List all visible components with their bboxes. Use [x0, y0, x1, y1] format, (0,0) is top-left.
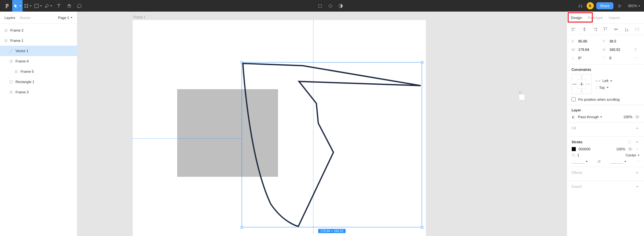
layer-name: Rectangle 1 [15, 80, 34, 84]
blend-mode-select[interactable]: Pass through [578, 115, 621, 119]
layer-row[interactable]: Vector 1 [0, 46, 77, 56]
user-avatar[interactable]: S [587, 2, 594, 9]
add-export-button[interactable]: + [635, 184, 639, 189]
hand-icon [67, 4, 72, 8]
svg-point-15 [630, 143, 631, 143]
remove-stroke-button[interactable]: − [635, 147, 639, 151]
properties-panel: Design Prototype Inspect X Y W [567, 12, 644, 236]
layer-name: Vector 1 [15, 49, 28, 53]
comment-tool-button[interactable] [74, 0, 84, 12]
chevron-down-icon [600, 117, 602, 118]
text-tool-button[interactable] [53, 0, 64, 12]
hand-tool-button[interactable] [64, 0, 74, 12]
add-stroke-button[interactable]: + [635, 140, 639, 144]
layer-type-icon [9, 90, 13, 94]
layer-row[interactable]: Rectangle 1 [0, 77, 77, 87]
stroke-opacity-input[interactable]: 100% [616, 147, 625, 151]
layer-name: Frame 2 [10, 28, 24, 32]
add-fill-button[interactable]: + [635, 126, 639, 130]
opacity-input[interactable]: 100% [623, 115, 632, 119]
stroke-visibility-toggle[interactable] [628, 147, 632, 151]
chevron-down-icon [19, 5, 21, 7]
effects-section: Effects + [567, 167, 644, 181]
frame-label[interactable]: Frame 1 [133, 15, 145, 19]
constraint-v-select[interactable]: ↕Top [595, 86, 612, 90]
zoom-control[interactable]: 381% [626, 4, 642, 8]
layer-row[interactable]: Frame 4 [0, 56, 77, 66]
headset-button[interactable] [577, 0, 584, 12]
align-hcenter-button[interactable] [582, 27, 587, 32]
tab-inspect[interactable]: Inspect [609, 16, 620, 20]
align-vcenter-button[interactable] [614, 27, 618, 32]
tab-assets[interactable]: Assets [20, 16, 30, 20]
h-label: H [603, 48, 607, 52]
blend-mode-icon: ◐ [572, 115, 575, 119]
center-tools [315, 0, 346, 12]
stroke-more-button[interactable]: ⋯ [636, 159, 639, 163]
svg-rect-10 [10, 80, 12, 83]
layer-row[interactable]: Frame 1 [0, 35, 77, 46]
distribute-button[interactable] [635, 27, 639, 32]
add-effect-button[interactable]: + [635, 170, 639, 175]
chevron-down-icon [50, 5, 52, 7]
move-tool-button[interactable] [12, 0, 23, 12]
constraint-h-select[interactable]: ⟷Left [595, 79, 612, 83]
stroke-width-input[interactable]: 1 [577, 153, 579, 157]
radius-icon [603, 56, 607, 60]
rotation-input[interactable] [577, 55, 595, 61]
artboard-frame-2[interactable] [519, 95, 524, 100]
main-menu-button[interactable] [2, 0, 12, 12]
export-section: Export + [567, 181, 644, 194]
svg-rect-6 [319, 4, 322, 7]
fix-position-checkbox[interactable]: Fix position when scrolling [572, 97, 639, 101]
align-top-button[interactable] [603, 27, 608, 32]
y-input[interactable] [608, 38, 627, 44]
constrain-proportions-button[interactable] [634, 48, 638, 52]
canvas[interactable]: Frame 1 179.64 × 160.52 F... [77, 12, 567, 236]
fix-position-input[interactable] [572, 97, 576, 101]
h-input[interactable] [608, 47, 627, 52]
chevron-down-icon [40, 5, 42, 7]
tab-layers[interactable]: Layers [5, 16, 15, 20]
stroke-align-select[interactable]: Center [626, 153, 639, 157]
boolean-tool-button[interactable] [336, 0, 346, 12]
frame2-label[interactable]: F... [519, 91, 523, 94]
frame-tool-button[interactable] [23, 0, 33, 12]
stroke-style-button[interactable] [627, 140, 632, 144]
play-icon [617, 4, 622, 8]
layer-row[interactable]: Frame 2 [0, 25, 77, 35]
stroke-color-swatch[interactable] [572, 147, 576, 151]
constraint-widget[interactable] [572, 74, 591, 94]
pen-tool-button[interactable] [43, 0, 53, 12]
svg-point-3 [7, 5, 8, 6]
align-right-button[interactable] [593, 27, 597, 32]
share-button[interactable]: Share [596, 2, 613, 9]
svg-point-14 [628, 143, 629, 143]
stroke-hex-input[interactable]: 000000 [579, 147, 591, 151]
more-options-button[interactable]: ⋯ [634, 56, 638, 60]
mask-tool-button[interactable] [325, 0, 336, 12]
page-selector[interactable]: Page 1 [58, 16, 72, 20]
page-label: Page 1 [58, 16, 69, 20]
layer-row[interactable]: Frame 3 [0, 87, 77, 97]
fill-section: Fill + [567, 123, 644, 137]
x-input[interactable] [577, 38, 595, 44]
layer-row[interactable]: Frame 5 [0, 66, 77, 77]
stroke-cap-end[interactable] [610, 159, 626, 164]
stroke-align-value: Center [626, 153, 636, 157]
swap-caps-button[interactable]: ⇄ [597, 159, 601, 163]
shape-tool-button[interactable] [33, 0, 43, 12]
vector-shape[interactable] [242, 62, 422, 227]
w-input[interactable] [577, 47, 595, 52]
align-bottom-button[interactable] [624, 27, 629, 32]
chevron-down-icon [638, 155, 639, 157]
stroke-cap-start[interactable] [572, 159, 588, 164]
visibility-toggle[interactable] [635, 115, 639, 119]
align-left-button[interactable] [572, 27, 576, 32]
fix-position-label: Fix position when scrolling [578, 98, 620, 101]
dimension-label: 179.64 × 160.52 [318, 229, 346, 233]
component-tool-button[interactable] [315, 0, 325, 12]
present-button[interactable] [616, 0, 623, 12]
radius-input[interactable] [608, 55, 627, 61]
y-label: Y [603, 39, 607, 43]
